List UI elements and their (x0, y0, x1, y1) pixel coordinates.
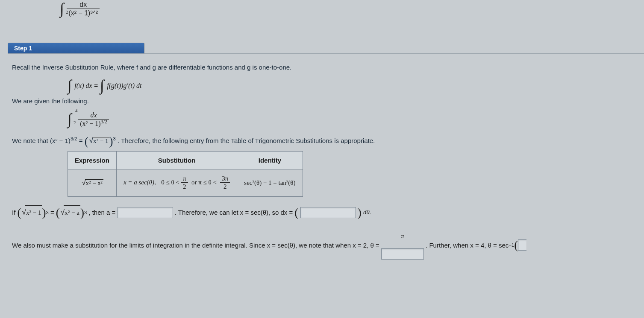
th-identity: Identity (237, 152, 303, 169)
th-expression: Expression (68, 152, 117, 169)
step-header: Step 1 (8, 43, 644, 54)
eq1-lhs: f(x) dx (74, 82, 92, 89)
td-expression: x² − a² (68, 169, 117, 197)
step-content: Recall the Inverse Substitution Rule, wh… (8, 58, 644, 269)
answer-box-dx[interactable] (300, 207, 356, 218)
question-line-2: We also must make a substitution for the… (12, 230, 640, 260)
theta-at-2-fraction: π (381, 230, 424, 260)
answer-box-sec-arg[interactable] (518, 239, 526, 251)
integral-upper: 4 (75, 108, 78, 113)
note-text: We note that (x² − 1)3/2 = (x² − 1)3 . T… (12, 136, 640, 145)
integral-lower: 2 (74, 120, 76, 125)
td-substitution: x = a sec(θ), 0 ≤ θ < π 2 or π ≤ θ < 3π … (116, 169, 237, 197)
question-line-1: If (x² − 1)3 = (x² − a)3 , then a = . Th… (12, 204, 640, 221)
eq1-rhs: f(g(t))g′(t) dt (107, 82, 141, 89)
integral-den: (x² − 1)3/2 (78, 120, 109, 128)
th-substitution: Substitution (116, 152, 237, 169)
given-text: We are given the following. (12, 97, 640, 105)
trig-substitution-table: Expression Substitution Identity x² − a²… (68, 151, 303, 197)
frag-lower-limit: 2 (66, 9, 68, 15)
answer-box-a[interactable] (118, 207, 173, 218)
frag-denominator: (x² − 1)³ᐟ² (67, 9, 100, 18)
given-integral: ∫ 4 2 dx (x² − 1)3/2 (68, 111, 640, 128)
step-tab: Step 1 (8, 43, 144, 53)
answer-box-theta2-den[interactable] (381, 248, 424, 260)
recall-text: Recall the Inverse Substitution Rule, wh… (12, 64, 640, 71)
integral-fragment-top: ∫2 dx (x² − 1)³ᐟ² (60, 0, 100, 18)
td-identity: sec²(θ) − 1 = tan²(θ) (237, 169, 303, 197)
substitution-rule-equation: ∫ f(x) dx = ∫ f(g(t))g′(t) dt (68, 77, 640, 90)
frag-numerator: dx (67, 0, 100, 9)
